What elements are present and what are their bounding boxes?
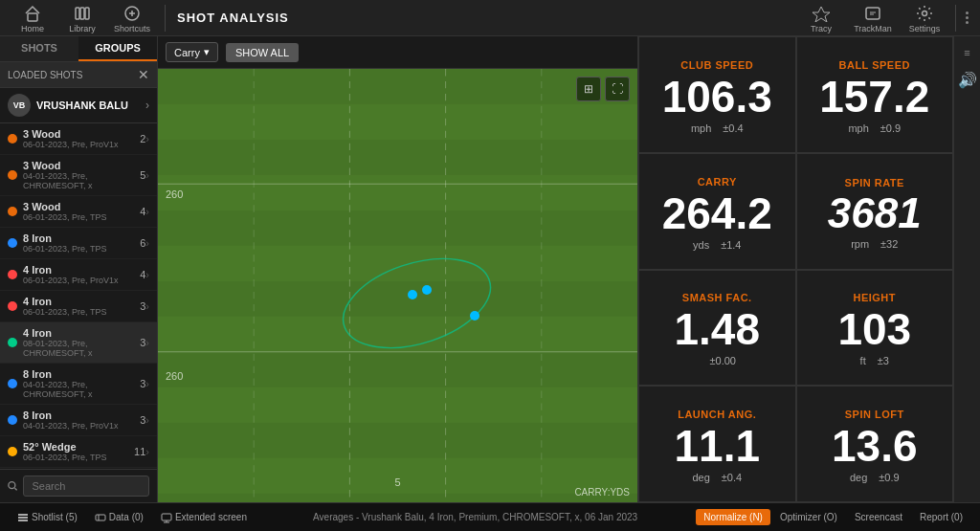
tracy-icon — [811, 3, 832, 24]
shot-info: 4 Iron 06-01-2023, Pre, TPS — [23, 296, 136, 317]
metric-value: 11.1 — [674, 424, 760, 468]
main-area: SHOTS GROUPS LOADED SHOTS ✕ VB VRUSHANK … — [0, 36, 980, 502]
shot-color-dot — [8, 207, 17, 216]
carry-dropdown[interactable]: Carry ▾ — [166, 42, 218, 62]
shot-arrow-icon: › — [145, 269, 149, 280]
metric-title: CARRY — [698, 176, 737, 188]
shot-item[interactable]: 3 Wood 04-01-2023, Pre, CHROMESOFT, x 5 … — [0, 155, 157, 196]
svg-rect-23 — [18, 514, 28, 516]
fullscreen-toggle[interactable]: ⛶ — [605, 77, 630, 101]
chevron-right-icon: › — [145, 99, 149, 112]
show-all-button[interactable]: SHOW ALL — [226, 43, 299, 62]
library-nav[interactable]: Library — [57, 3, 107, 33]
metric-delta: ±0.9 — [880, 122, 901, 134]
shot-info: 3 Wood 04-01-2023, Pre, CHROMESOFT, x — [23, 160, 136, 190]
metric-title: BALL SPEED — [839, 59, 910, 71]
shot-color-dot — [8, 238, 17, 248]
normalize-tab[interactable]: Normalize (N) — [696, 509, 770, 525]
metric-footer: yds ±1.4 — [693, 239, 741, 251]
shortcuts-nav[interactable]: Shortcuts — [107, 3, 157, 33]
metric-delta: ±3 — [878, 355, 889, 366]
status-text: Averages - Vrushank Balu, 4 Iron, Premiu… — [255, 512, 696, 522]
report-tab[interactable]: Report (0) — [912, 509, 970, 525]
more-options[interactable] — [962, 8, 972, 28]
tracy-nav[interactable]: Tracy — [796, 3, 846, 33]
shot-color-dot — [8, 170, 17, 180]
shotlist-tab[interactable]: Shotlist (5) — [10, 509, 85, 526]
data-icon — [95, 512, 106, 523]
search-input[interactable] — [23, 476, 149, 497]
shot-color-dot — [8, 270, 17, 279]
settings-icon — [914, 3, 935, 24]
shot-club-name: 3 Wood — [23, 128, 136, 140]
svg-rect-11 — [158, 210, 637, 246]
shot-item[interactable]: 4 Iron 06-01-2023, Pre, ProV1x 4 › — [0, 259, 157, 291]
shot-info: 8 Iron 04-01-2023, Pre, ProV1x — [23, 409, 136, 431]
player-row[interactable]: VB VRUSHANK BALU › — [0, 88, 157, 123]
grid-toggle[interactable]: ⊞ — [576, 77, 601, 101]
shot-item[interactable]: 4 Iron 06-01-2023, Pre, TPS 3 › — [0, 291, 157, 322]
shot-info: 52° Wedge 06-01-2023, Pre, TPS — [23, 441, 130, 462]
shot-date: 06-01-2023, Pre, TPS — [23, 307, 136, 317]
svg-rect-24 — [18, 517, 28, 519]
shot-club-name: 8 Iron — [23, 368, 136, 380]
bottom-bar: Shotlist (5) Data (0) Extended screen Av… — [0, 502, 980, 531]
shot-info: 3 Wood 06-01-2023, Pre, TPS — [23, 201, 136, 222]
svg-rect-1 — [76, 8, 79, 19]
metric-title: SMASH FAC. — [682, 292, 752, 303]
close-loaded-shots[interactable]: ✕ — [138, 67, 149, 82]
shot-date: 04-01-2023, Pre, CHROMESOFT, x — [23, 380, 136, 399]
shot-point-3 — [470, 311, 479, 321]
metric-footer: mph ±0.9 — [848, 122, 901, 134]
optimizer-tab[interactable]: Optimizer (O) — [772, 509, 845, 525]
side-option-1[interactable]: ≡ — [957, 42, 978, 63]
shot-item[interactable]: 8 Iron 04-01-2023, Pre, CHROMESOFT, x 3 … — [0, 364, 157, 405]
shot-item[interactable]: 3 Wood 06-01-2023, Pre, ProV1x 2 › — [0, 123, 157, 155]
metrics-grid: CLUB SPEED 106.3 mph ±0.4 BALL SPEED 157… — [638, 36, 953, 502]
trackman-nav[interactable]: TrackMan — [848, 3, 898, 33]
left-panel: SHOTS GROUPS LOADED SHOTS ✕ VB VRUSHANK … — [0, 36, 158, 502]
svg-rect-10 — [158, 140, 637, 175]
metric-unit: mph — [848, 122, 868, 134]
side-option-2[interactable]: 🔊 — [957, 69, 978, 90]
carry-label-mid: 260 — [166, 370, 183, 382]
metric-title: LAUNCH ANG. — [678, 409, 756, 420]
metric-value: 3681 — [828, 192, 922, 234]
metric-card: SPIN RATE 3681 rpm ±32 — [796, 153, 954, 270]
shot-item[interactable]: 3 Wood 06-01-2023, Pre, TPS 4 › — [0, 196, 157, 228]
metric-unit: deg — [850, 472, 867, 483]
metric-card: CARRY 264.2 yds ±1.4 — [638, 153, 796, 270]
svg-rect-15 — [158, 494, 637, 502]
shot-arrow-icon: › — [145, 206, 149, 217]
map-controls: ⊞ ⛶ — [576, 77, 630, 101]
shot-arrow-icon: › — [145, 337, 149, 348]
shot-date: 06-01-2023, Pre, TPS — [23, 453, 130, 462]
map-area[interactable]: 260 260 5 CARRY:YDS ⊞ ⛶ — [158, 69, 637, 502]
shot-item[interactable]: 52° Wedge 06-01-2023, Pre, TPS 11 › — [0, 436, 157, 468]
metric-unit: rpm — [851, 238, 869, 250]
search-icon — [8, 480, 17, 492]
svg-point-6 — [923, 11, 927, 15]
shot-item[interactable]: 4 Iron 08-01-2023, Pre, CHROMESOFT, x 3 … — [0, 322, 157, 364]
svg-rect-2 — [80, 8, 84, 19]
home-icon — [22, 3, 43, 24]
map-header: Carry ▾ SHOW ALL — [158, 36, 637, 69]
metric-footer: deg ±0.9 — [850, 472, 900, 483]
svg-rect-14 — [158, 423, 637, 458]
settings-nav[interactable]: Settings — [900, 3, 949, 33]
extended-screen-tab[interactable]: Extended screen — [153, 509, 255, 526]
shot-date: 04-01-2023, Pre, CHROMESOFT, x — [23, 171, 136, 190]
data-tab[interactable]: Data (0) — [87, 509, 151, 526]
shot-item[interactable]: 8 Iron 06-01-2023, Pre, TPS 6 › — [0, 228, 157, 259]
metric-value: 1.48 — [674, 307, 760, 351]
screencast-tab[interactable]: Screencast — [847, 509, 910, 525]
shot-date: 06-01-2023, Pre, ProV1x — [23, 276, 136, 285]
topbar-right: Tracy TrackMan Settings — [796, 3, 972, 33]
trackman-icon — [862, 3, 883, 24]
player-name: VRUSHANK BALU — [36, 100, 145, 111]
app-title: SHOT ANALYSIS — [177, 11, 289, 25]
shots-tab[interactable]: SHOTS — [0, 36, 78, 61]
shot-item[interactable]: 8 Iron 04-01-2023, Pre, ProV1x 3 › — [0, 405, 157, 436]
home-nav[interactable]: Home — [8, 3, 57, 33]
groups-tab[interactable]: GROUPS — [78, 36, 157, 61]
